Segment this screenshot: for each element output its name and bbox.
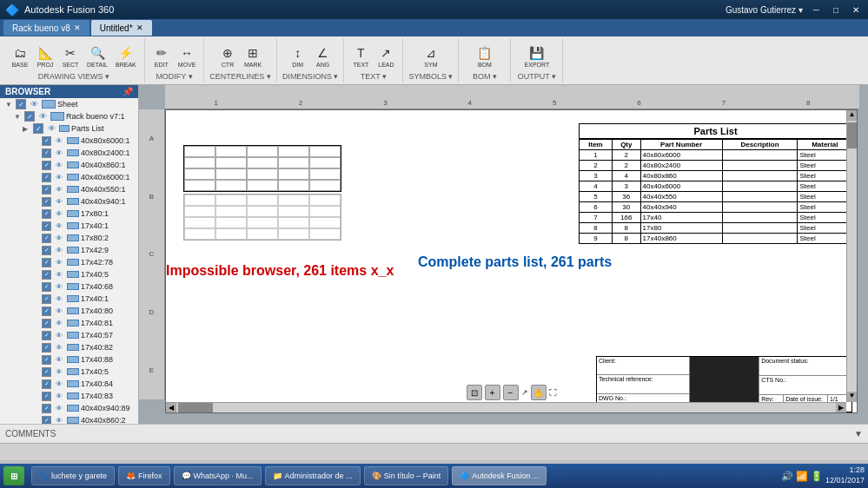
tree-check[interactable]: ✓ xyxy=(42,270,51,280)
eye-icon[interactable]: 👁 xyxy=(54,245,64,255)
ribbon-btn-detail[interactable]: 🔍 DETAIL xyxy=(84,43,110,69)
taskbar-time[interactable]: 1:28 12/01/2017 xyxy=(825,465,865,485)
maximize-btn[interactable]: □ xyxy=(830,5,842,15)
ribbon-btn-bom[interactable]: 📋 BOM xyxy=(474,43,496,69)
comment-expand-icon[interactable]: ▼ xyxy=(854,429,863,439)
tree-check[interactable]: ✓ xyxy=(42,416,51,425)
tree-item[interactable]: ✓ 👁 17x40:83 xyxy=(0,390,138,402)
ribbon-label-bom[interactable]: BOM ▾ xyxy=(473,72,497,81)
taskbar-btn-luchete[interactable]: 🐾 luchete y garete xyxy=(31,466,115,485)
tree-check-rack[interactable]: ✓ xyxy=(24,111,35,122)
tree-item[interactable]: ✓ 👁 40x80x2400:1 xyxy=(0,147,138,159)
v-scroll-thumb[interactable] xyxy=(847,122,857,148)
tree-item[interactable]: ✓ 👁 17x42:78 xyxy=(0,256,138,268)
tray-battery-icon[interactable]: 🔋 xyxy=(811,471,823,482)
taskbar-btn-whatsapp[interactable]: 💬 WhatsApp · Mu... xyxy=(174,466,262,485)
ribbon-label-drawing-views[interactable]: DRAWING VIEWS ▾ xyxy=(38,72,109,81)
ribbon-label-modify[interactable]: MODIFY ▾ xyxy=(156,72,192,81)
v-scroll-up-btn[interactable]: ▲ xyxy=(847,110,857,121)
eye-icon[interactable]: 👁 xyxy=(54,354,64,365)
eye-icon[interactable]: 👁 xyxy=(54,172,64,182)
tree-item[interactable]: ✓ 👁 17x40:88 xyxy=(0,353,138,366)
ribbon-label-symbols[interactable]: SYMBOLS ▾ xyxy=(408,72,453,81)
eye-icon[interactable]: 👁 xyxy=(54,257,64,267)
tree-item[interactable]: ✓ 👁 17x40:84 xyxy=(0,378,138,390)
tab-rack[interactable]: Rack bueno v8 ✕ xyxy=(3,20,89,36)
eye-icon[interactable]: 👁 xyxy=(54,233,64,243)
tree-item[interactable]: ✓ 👁 17x40:1 xyxy=(0,220,138,232)
tab-untitled-close-icon[interactable]: ✕ xyxy=(136,23,143,32)
tree-item[interactable]: ✓ 👁 17x40:57 xyxy=(0,329,138,341)
tray-network-icon[interactable]: 📶 xyxy=(796,471,808,482)
tree-check[interactable]: ✓ xyxy=(42,221,51,231)
eye-icon[interactable]: 👁 xyxy=(54,342,64,353)
h-scroll-thumb[interactable] xyxy=(178,403,213,412)
tree-item[interactable]: ✓ 👁 40x40x860:1 xyxy=(0,159,138,171)
eye-icon[interactable]: 👁 xyxy=(54,221,64,231)
canvas-area[interactable]: 1 2 3 4 5 6 7 8 A B C D E xyxy=(139,85,868,424)
tree-item[interactable]: ✓ 👁 17x40:80 xyxy=(0,305,138,317)
taskbar-btn-firefox[interactable]: 🦊 Firefox xyxy=(118,466,170,485)
tab-rack-close-icon[interactable]: ✕ xyxy=(74,23,81,32)
ribbon-btn-ctrline[interactable]: ⊕ CTR xyxy=(216,43,239,69)
tree-check[interactable]: ✓ xyxy=(42,367,51,377)
tree-item[interactable]: ✓ 👁 40x40x6000:1 xyxy=(0,171,138,183)
tree-item[interactable]: ✓ 👁 40x80x6000:1 xyxy=(0,135,138,147)
tree-check[interactable]: ✓ xyxy=(42,294,51,304)
browser-pin-icon[interactable]: 📌 xyxy=(123,87,133,96)
tree-check[interactable]: ✓ xyxy=(42,136,51,146)
eye-icon[interactable]: 👁 xyxy=(54,184,64,195)
tree-item-rack[interactable]: ▼ ✓ 👁 Rack bueno v7:1 xyxy=(0,110,138,122)
eye-icon[interactable]: 👁 xyxy=(54,391,64,401)
zoom-out-btn[interactable]: − xyxy=(503,385,519,400)
tree-check[interactable]: ✓ xyxy=(42,282,51,292)
tree-check[interactable]: ✓ xyxy=(42,185,51,195)
tree-item[interactable]: ✓ 👁 17x40:1 xyxy=(0,293,138,305)
h-scroll-left-btn[interactable]: ◀ xyxy=(166,403,176,412)
ribbon-label-dimensions[interactable]: DIMENSIONS ▾ xyxy=(282,72,339,81)
eye-icon[interactable]: 👁 xyxy=(54,196,64,207)
eye-icon-rack[interactable]: 👁 xyxy=(37,111,48,122)
tree-check[interactable]: ✓ xyxy=(42,404,51,413)
ribbon-btn-angular[interactable]: ∠ ANG xyxy=(312,43,335,69)
ribbon-label-text[interactable]: TEXT ▾ xyxy=(361,72,387,81)
ribbon-btn-dim[interactable]: ↕ DIM xyxy=(287,43,309,69)
v-scrollbar[interactable]: ▲ ▼ xyxy=(846,110,857,402)
tree-item[interactable]: ✓ 👁 17x40:82 xyxy=(0,341,138,353)
tree-item-sheet[interactable]: ▼ ✓ 👁 Sheet xyxy=(0,98,138,110)
tree-check[interactable]: ✓ xyxy=(42,161,51,170)
ribbon-btn-symbol[interactable]: ⊿ SYM xyxy=(420,43,442,69)
eye-icon[interactable]: 👁 xyxy=(54,318,64,328)
tree-check[interactable]: ✓ xyxy=(42,379,51,389)
tree-item[interactable]: ✓ 👁 40x40x550:1 xyxy=(0,183,138,195)
tree-check[interactable]: ✓ xyxy=(42,392,51,401)
tree-item[interactable]: ✓ 👁 40x40x940:89 xyxy=(0,402,138,414)
h-scroll-right-btn[interactable]: ▶ xyxy=(836,403,846,412)
tree-check[interactable]: ✓ xyxy=(42,319,51,328)
ribbon-label-centerlines[interactable]: CENTERLINES ▾ xyxy=(209,72,271,81)
eye-icon[interactable]: 👁 xyxy=(54,135,64,146)
eye-icon-sheet[interactable]: 👁 xyxy=(29,99,39,109)
tree-item[interactable]: ✓ 👁 17x80:1 xyxy=(0,208,138,220)
eye-icon[interactable]: 👁 xyxy=(54,306,64,316)
minimize-btn[interactable]: ─ xyxy=(810,5,823,15)
tree-check[interactable]: ✓ xyxy=(42,173,51,182)
ribbon-btn-move[interactable]: ↔ MOVE xyxy=(176,43,199,69)
tree-item[interactable]: ✓ 👁 17x40:81 xyxy=(0,317,138,329)
ribbon-btn-text[interactable]: T TEXT xyxy=(349,43,372,69)
tree-check[interactable]: ✓ xyxy=(42,258,51,267)
eye-icon[interactable]: 👁 xyxy=(54,208,64,219)
tree-check[interactable]: ✓ xyxy=(42,209,51,219)
tree-item-partslist[interactable]: ▶ ✓ 👁 Parts List xyxy=(0,122,138,135)
ribbon-btn-leader[interactable]: ↗ LEAD xyxy=(374,43,397,69)
ribbon-btn-section[interactable]: ✂ SECT xyxy=(59,43,82,69)
ribbon-label-output[interactable]: OUTPUT ▾ xyxy=(518,72,556,81)
tree-item[interactable]: ✓ 👁 17x42:9 xyxy=(0,244,138,256)
drawing-canvas[interactable]: Impossible browser, 261 items x_x Comple… xyxy=(165,109,858,413)
ribbon-btn-base[interactable]: 🗂 BASE xyxy=(9,43,31,69)
taskbar-btn-admin[interactable]: 📁 Administrador de ... xyxy=(265,466,361,485)
tree-check-sheet[interactable]: ✓ xyxy=(16,99,26,109)
taskbar-btn-fusion[interactable]: 🔷 Autodesk Fusion ... xyxy=(452,466,547,485)
eye-icon[interactable]: 👁 xyxy=(54,160,64,170)
eye-icon[interactable]: 👁 xyxy=(54,403,64,413)
